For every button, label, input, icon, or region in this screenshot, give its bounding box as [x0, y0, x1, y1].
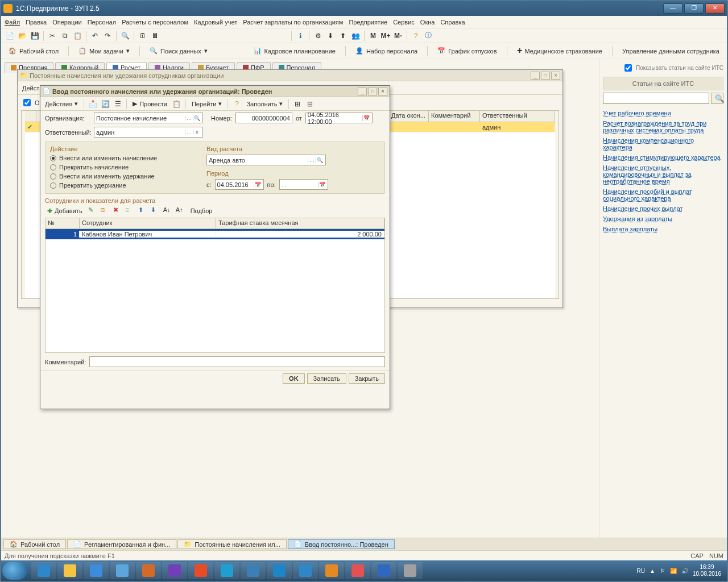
period-from-input[interactable]: 04.05.2016📅 — [215, 179, 264, 190]
fn-tasks[interactable]: 📋 Мои задачи ▾ — [75, 45, 134, 56]
taskbar-pin-7[interactable] — [214, 562, 239, 579]
menu-windows[interactable]: Окна — [420, 19, 435, 26]
side-search-input[interactable] — [603, 93, 709, 104]
mdi2-close[interactable]: × — [378, 88, 387, 95]
mdi2-min[interactable]: _ — [358, 88, 367, 95]
fn-vacation[interactable]: 📅 График отпусков — [433, 45, 500, 56]
taskbar-pin-8[interactable] — [241, 562, 266, 579]
window-close-button[interactable]: ✕ — [705, 3, 725, 14]
mdi2-fill[interactable]: Заполнить ▾ — [244, 98, 285, 110]
sort-asc-icon[interactable]: A↓ — [163, 206, 172, 215]
link-3[interactable]: Начисления стимулирующего характера — [603, 154, 723, 161]
fn-emp-data[interactable]: Управление данными сотрудника — [618, 46, 723, 56]
mdi2-actions[interactable]: Действия ▾ — [43, 98, 80, 110]
menu-help[interactable]: Справка — [440, 19, 465, 26]
edit-icon[interactable]: ✎ — [88, 206, 97, 215]
redo-icon[interactable]: ↷ — [102, 31, 113, 41]
mdi2-max[interactable]: □ — [368, 88, 377, 95]
mdi1-org-checkbox[interactable] — [23, 99, 31, 106]
link-6[interactable]: Начисление прочих выплат — [603, 205, 723, 212]
side-show-checkbox[interactable] — [624, 64, 632, 72]
ref-row-icon[interactable]: ≡ — [126, 206, 135, 215]
tray-vol-icon[interactable]: 🔊 — [681, 568, 688, 574]
taskbar-pin-10[interactable] — [293, 562, 318, 579]
taskbar-pin-13[interactable] — [371, 562, 396, 579]
menu-operations[interactable]: Операции — [52, 19, 81, 26]
calc-icon[interactable]: 🖩 — [150, 31, 160, 41]
link-4[interactable]: Начисление отпускных, командировочных и … — [603, 164, 723, 185]
mdi-taskbar[interactable]: 🏠 Рабочий стол 📄 Регламентированная и фи… — [1, 538, 727, 550]
window-restore-button[interactable]: ❐ — [684, 3, 704, 14]
taskbar-pin-0[interactable] — [31, 562, 56, 579]
org-input[interactable]: Постоянное начисление…🔍 — [94, 113, 203, 123]
mdi2-grid1-icon[interactable]: ⊞ — [292, 99, 303, 109]
taskbar-pin-4[interactable] — [136, 562, 161, 579]
link-5[interactable]: Начисление пособий и выплат социального … — [603, 188, 723, 202]
add-button[interactable]: ✚ Добавить — [45, 205, 85, 217]
taskbar-pin-6[interactable] — [188, 562, 213, 579]
link-8[interactable]: Выплата зарплаты — [603, 226, 723, 232]
side-search-button[interactable]: 🔍 — [711, 93, 723, 104]
radio-1[interactable]: Внести или изменить начисление — [50, 155, 195, 161]
help-icon[interactable]: ? — [411, 31, 421, 41]
find-icon[interactable]: 🔍 — [120, 31, 130, 41]
link-2[interactable]: Начисления компенсационного характера — [603, 137, 723, 151]
calendar-icon[interactable]: 🗓 — [138, 31, 148, 41]
pick-button[interactable]: Подбор — [188, 205, 215, 217]
mdi1-close[interactable]: × — [551, 72, 560, 80]
mdi2-help-icon[interactable]: ? — [231, 99, 242, 109]
taskbar-pin-1[interactable] — [57, 562, 82, 579]
fn-med[interactable]: ✚ Медицинское страхование — [513, 45, 606, 56]
misc2-icon[interactable]: ⬇ — [325, 31, 336, 41]
tray-up-icon[interactable]: ▲ — [650, 568, 655, 574]
lang-indicator[interactable]: RU — [637, 568, 645, 574]
mdi1-min[interactable]: _ — [531, 72, 540, 80]
radio-3[interactable]: Внести или изменить удержание — [50, 173, 195, 180]
sort-desc-icon[interactable]: A↑ — [176, 206, 185, 215]
mdi2-goto[interactable]: Перейти ▾ — [189, 98, 225, 110]
mdi2-list-icon[interactable]: ☰ — [113, 99, 123, 109]
fn-plan[interactable]: 📊 Кадровое планирование — [250, 45, 340, 56]
calc-input[interactable]: Аренда авто…🔍 — [206, 155, 326, 165]
menu-enterprise[interactable]: Предприятие — [349, 19, 387, 26]
emp-row-1[interactable]: 1 Кабанов Иван Петрович 2 000,00 — [46, 229, 384, 239]
new-doc-icon[interactable]: 📄 — [5, 31, 15, 41]
save-button[interactable]: Записать — [307, 373, 346, 384]
date-input[interactable]: 04.05.2016 12:00:00📅 — [305, 113, 373, 123]
people-icon[interactable]: 👥 — [350, 31, 361, 41]
marker-mminus[interactable]: M- — [393, 31, 403, 41]
taskbar-pin-12[interactable] — [345, 562, 370, 579]
taskbar-pin-2[interactable] — [84, 562, 109, 579]
misc3-icon[interactable]: ⬆ — [338, 31, 348, 41]
info-icon[interactable]: ℹ — [295, 31, 305, 41]
mdi2-grid2-icon[interactable]: ⊟ — [305, 99, 315, 109]
down-icon[interactable]: ⬇ — [151, 206, 160, 215]
mdi1-max[interactable]: □ — [541, 72, 550, 80]
windows-taskbar[interactable]: RU ▲ 🏳 📶 🔊 16:3910.08.2016 — [1, 560, 727, 581]
taskbar-pin-11[interactable] — [319, 562, 344, 579]
copy-row-icon[interactable]: ⧉ — [101, 206, 110, 215]
misc1-icon[interactable]: ⚙ — [313, 31, 323, 41]
menu-personnel[interactable]: Персонал — [88, 19, 117, 26]
period-to-input[interactable]: . .📅 — [279, 179, 328, 190]
paste-icon[interactable]: 📋 — [72, 31, 82, 41]
fn-recruit[interactable]: 👤 Набор персонала — [351, 45, 421, 56]
main-menu[interactable]: Файл Правка Операции Персонал Расчеты с … — [1, 16, 727, 28]
fn-desktop[interactable]: 🏠 Рабочий стол — [5, 45, 63, 56]
link-7[interactable]: Удержания из зарплаты — [603, 215, 723, 222]
tray-net-icon[interactable]: 📶 — [670, 568, 677, 574]
mdi2-post-icon[interactable]: 📩 — [88, 99, 98, 109]
window-minimize-button[interactable]: — — [663, 3, 682, 14]
num-input[interactable]: 00000000004 — [235, 113, 292, 123]
taskbar-pin-5[interactable] — [162, 562, 187, 579]
mdi2-run[interactable]: ▶ Провести — [130, 98, 169, 110]
menu-payroll-org[interactable]: Расчет зарплаты по организациям — [243, 19, 343, 26]
close-button[interactable]: Закрыть — [349, 373, 385, 384]
link-1[interactable]: Расчет вознаграждения за труд при различ… — [603, 120, 723, 134]
fn-search[interactable]: 🔍 Поиск данных ▾ — [146, 45, 212, 56]
radio-4[interactable]: Прекратить удержание — [50, 182, 195, 189]
ttab-0[interactable]: 🏠 Рабочий стол — [3, 539, 66, 549]
taskbar-pin-14[interactable] — [398, 562, 423, 579]
ttab-2[interactable]: 📁 Постоянные начисления ил... — [177, 539, 287, 549]
radio-2[interactable]: Прекратить начисление — [50, 164, 195, 171]
